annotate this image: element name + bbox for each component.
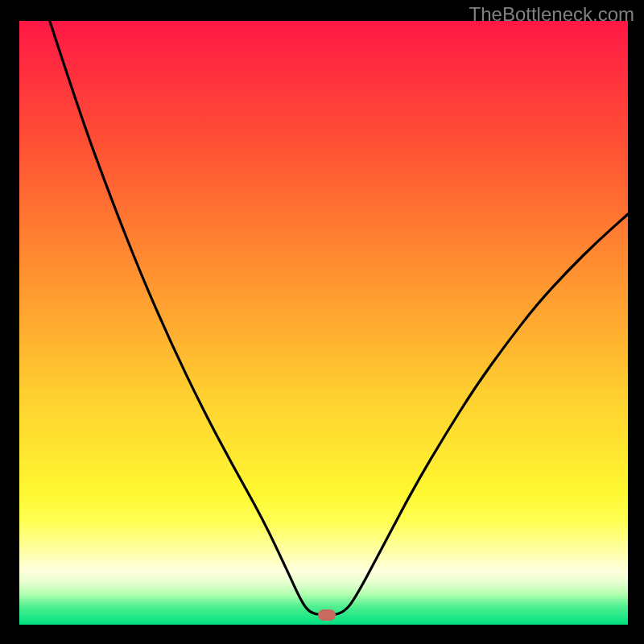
bottleneck-curve [19,21,628,625]
balance-point-marker [318,609,336,621]
plot-area [19,21,628,625]
chart-container: TheBottleneck.com [0,0,644,644]
watermark-text: TheBottleneck.com [469,3,634,26]
